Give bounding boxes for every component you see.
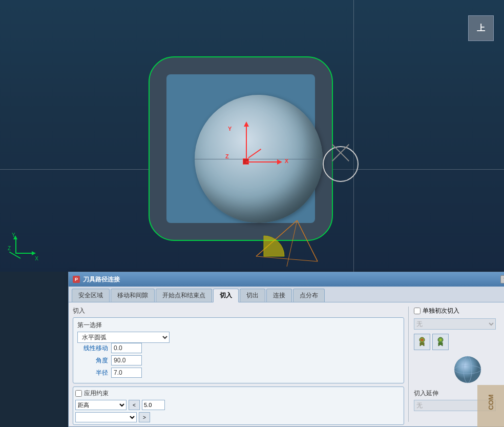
dialog-title: 刀具路径连接 [83,275,500,284]
dialog-title-icon: P [73,276,80,283]
coord-x-arrow [32,251,36,255]
linear-move-input[interactable] [111,343,142,353]
less-btn[interactable]: < [129,400,140,410]
constraint-circle [323,146,359,182]
y-axis-arrow [244,121,249,127]
radius-row: 半径 [77,368,400,378]
constraint-checkbox[interactable] [75,390,82,397]
single-first-label: 单独初次切入 [423,307,459,315]
view-label: 上 [477,23,485,34]
tab-move[interactable]: 移动和间隙 [111,289,155,302]
tool-icon-1 [416,336,428,348]
crosshair-vertical [353,0,354,272]
com-text: COM [487,394,495,410]
radius-label[interactable]: 半径 [77,369,108,377]
x-axis-label: X [285,158,288,164]
angle-input[interactable] [111,355,142,365]
section-cut-in: 切入 [73,307,404,315]
single-first-checkbox[interactable] [414,308,421,314]
z-axis-label: Z [225,153,229,159]
y-axis-label: Y [228,126,232,132]
icon-btn-row [414,334,504,350]
greater-btn[interactable]: > [139,412,150,422]
coord-y-label: Y [12,232,15,238]
first-choice-group: 第一选择 无 水平圆弧 垂直圆弧 线性 线性移动 角度 半径 [73,317,404,383]
icon-btn-1[interactable] [414,334,430,350]
tab-cut-out[interactable]: 切出 [240,289,265,302]
coord-x-label: X [35,256,38,261]
dialog-help-button[interactable]: ? [500,275,504,283]
dialog-titlebar: P 刀具路径连接 ? ✕ [69,272,504,287]
tab-start-end[interactable]: 开始点和结束点 [156,289,212,302]
tab-safety[interactable]: 安全区域 [72,289,110,302]
constraint-second-dropdown[interactable] [75,412,137,422]
angle-label[interactable]: 角度 [77,356,108,365]
constraint-row3: > [75,412,402,422]
3d-icon-container [414,354,504,385]
tool-icon-2 [434,336,447,348]
radius-input[interactable] [111,368,142,378]
coord-z-label: Z [8,246,11,251]
single-first-row: 单独初次切入 [414,307,504,315]
tab-connect[interactable]: 连接 [266,289,292,302]
dialog-content: 切入 第一选择 无 水平圆弧 垂直圆弧 线性 线性移动 角度 [69,302,504,426]
tab-dist[interactable]: 点分布 [293,289,325,302]
tab-cut-in[interactable]: 切入 [213,289,239,302]
3d-logo-icon [452,354,483,385]
view-indicator: 上 [468,15,494,41]
z-axis [248,149,261,158]
linear-move-row: 线性移动 [77,343,400,353]
left-panel: 切入 第一选择 无 水平圆弧 垂直圆弧 线性 线性移动 角度 [73,307,408,422]
3d-object: Z Y X [149,56,333,241]
constraint-checkbox-label: 应用约束 [75,389,109,398]
dialog: P 刀具路径连接 ? ✕ 安全区域 移动和间隙 开始点和结束点 切入 切出 连接… [68,272,504,427]
coord-y-axis [15,238,16,254]
y-axis [246,126,247,162]
x-axis: X [246,161,279,162]
single-first-dropdown[interactable]: 无 [414,318,496,330]
dialog-tabs: 安全区域 移动和间隙 开始点和结束点 切入 切出 连接 点分布 [69,287,504,302]
svg-point-7 [439,339,442,341]
axis-container: Z Y X [230,136,282,187]
com-watermark: COM [477,385,504,427]
constraint-row2: 距高 < [75,400,402,410]
icon-btn-2[interactable] [432,334,449,350]
first-choice-title: 第一选择 [77,321,400,330]
svg-point-5 [421,339,423,341]
constraint-label-text: 应用约束 [84,389,109,398]
first-choice-dropdown[interactable]: 无 水平圆弧 垂直圆弧 线性 [77,332,170,343]
constraint-distance-dropdown[interactable]: 距高 [75,400,127,410]
viewport: Z Y X 上 [0,0,504,272]
x-axis-arrow [277,159,282,165]
coord-x-axis [15,253,33,254]
constraint-area: 应用约束 距高 < > [73,387,404,425]
constraint-row1: 应用约束 [75,389,402,398]
coord-axes: Y Z X [8,236,38,261]
dialog-btn-group: ? ✕ [500,275,504,283]
linear-move-label[interactable]: 线性移动 [77,344,108,353]
constraint-value-input[interactable] [142,400,165,410]
angle-row: 角度 [77,355,400,365]
svg-point-8 [454,356,481,383]
svg-line-2 [256,256,318,261]
